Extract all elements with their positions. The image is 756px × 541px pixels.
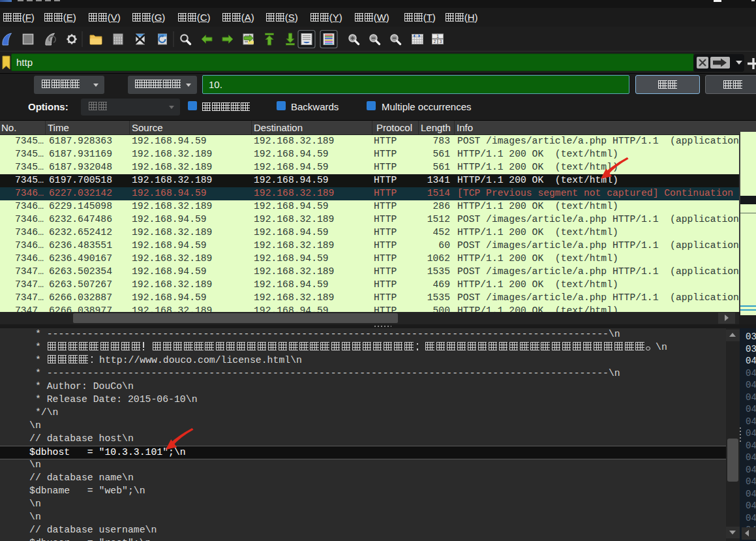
svg-text:2: 2	[434, 39, 436, 44]
svg-text:3: 3	[440, 39, 442, 44]
svg-text:1: 1	[436, 34, 439, 39]
